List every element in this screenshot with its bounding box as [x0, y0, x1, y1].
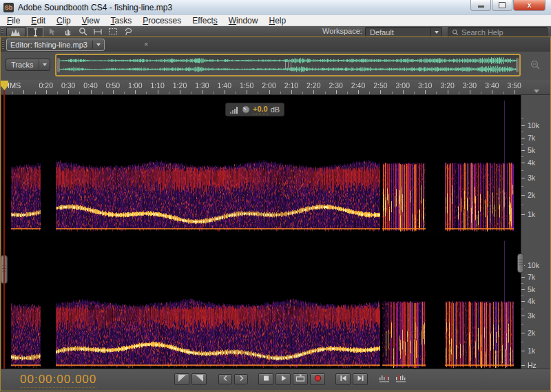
ruler-tick: [481, 92, 481, 94]
volume-bars-icon: [230, 106, 239, 114]
ruler-tick: [492, 90, 492, 94]
ruler-tick: [302, 92, 303, 94]
editor-tab[interactable]: Editor: fishing-line.mp3: [6, 39, 105, 51]
freq-label-4k: 4k: [528, 297, 535, 305]
ruler-tick: [23, 90, 24, 94]
freq-tick: [521, 138, 525, 138]
spectral-frequency-display-toggle[interactable]: [6, 27, 25, 37]
menu-clip[interactable]: Clip: [51, 15, 76, 26]
volume-knob-icon[interactable]: [242, 105, 250, 114]
ruler-label-3:50: 3:50: [508, 81, 521, 90]
freq-label-1k: 1k: [528, 210, 535, 218]
menu-edit[interactable]: Edit: [25, 15, 51, 26]
search-help-input[interactable]: Search Help: [448, 27, 548, 37]
zoom-icon: [79, 27, 87, 36]
zoom-bar-center-grip[interactable]: [285, 61, 293, 69]
next-button[interactable]: [353, 373, 368, 385]
zoom-out-full-button[interactable]: [174, 373, 189, 385]
menu-processes[interactable]: Processes: [137, 15, 187, 26]
overview-zoom-bar[interactable]: [55, 54, 521, 76]
next-icon: [355, 373, 366, 385]
workspace-dropdown[interactable]: Default: [365, 27, 442, 37]
soundbooth-window: Sb Adobe Soundbooth CS4 - fishing-line.m…: [0, 0, 551, 392]
ruler-tick: [470, 90, 470, 94]
timeline-ruler[interactable]: HMS 0:200:300:400:501:001:101:201:301:40…: [1, 80, 550, 95]
freq-tick: [521, 214, 525, 215]
workspace-value: Default: [366, 28, 430, 37]
close-button[interactable]: x: [513, 0, 545, 11]
menu-help[interactable]: Help: [263, 15, 291, 26]
tab-menu-icon[interactable]: [96, 43, 101, 46]
ruler-tick: [414, 92, 415, 94]
ruler-label-3:30: 3:30: [463, 81, 477, 90]
ruler-tick: [180, 90, 180, 94]
marker2-icon: [395, 373, 407, 385]
lasso-tool[interactable]: [121, 27, 135, 36]
step-forward-button[interactable]: [234, 374, 248, 384]
zoom-in-button[interactable]: [191, 373, 207, 385]
zoom-bar-left-handle[interactable]: [57, 58, 60, 72]
play-button[interactable]: [276, 373, 291, 385]
ruler-label-3:40: 3:40: [485, 81, 499, 90]
ruler-tick: [68, 90, 69, 94]
marquee-time-tool[interactable]: [91, 27, 105, 36]
chev-left-icon: [220, 373, 231, 385]
freq-label-10k: 10k: [528, 121, 539, 130]
spectral-display-area: 10k7k5k4k3k2k1k10k7k5k4k3k2k1kHz +0.0 dB: [1, 95, 550, 369]
previous-button[interactable]: [335, 373, 351, 385]
spectrogram-channel-left[interactable]: [6, 96, 521, 231]
ruler-tick: [113, 90, 114, 94]
menu-file[interactable]: File: [1, 15, 25, 26]
right-scroll-thumb[interactable]: [517, 254, 524, 273]
freq-tick-minor: [521, 118, 523, 118]
stop-button[interactable]: [258, 373, 273, 385]
freq-label-5k: 5k: [528, 285, 535, 293]
hmarquee-icon: [93, 28, 103, 35]
freq-tick: [521, 289, 525, 290]
menu-window[interactable]: Window: [223, 15, 264, 26]
next-marker-button[interactable]: [393, 373, 408, 385]
zoom-reset-icon[interactable]: [530, 59, 541, 70]
move-tool[interactable]: [45, 27, 59, 36]
rectangle-marquee-tool[interactable]: [106, 27, 120, 36]
timecode-display[interactable]: 00:00:00.000: [20, 373, 96, 388]
title-bar[interactable]: Sb Adobe Soundbooth CS4 - fishing-line.m…: [0, 0, 551, 16]
menu-tasks[interactable]: Tasks: [105, 15, 138, 26]
ruler-label-1:20: 1:20: [173, 81, 187, 90]
ruler-label-0:50: 0:50: [106, 81, 120, 90]
ruler-tick: [436, 92, 437, 94]
volume-value[interactable]: +0.0: [253, 105, 268, 114]
ruler-tick: [336, 90, 337, 94]
ruler-tick: [347, 92, 348, 94]
freq-tick-minor: [521, 186, 523, 187]
hand-tool[interactable]: [61, 27, 74, 36]
menu-view[interactable]: View: [76, 15, 105, 26]
ruler-tick: [403, 90, 404, 94]
loop-playback-button[interactable]: [293, 373, 308, 385]
record-button[interactable]: [310, 373, 325, 385]
previous-marker-button[interactable]: [377, 373, 391, 385]
restore-button[interactable]: [492, 0, 512, 11]
time-selection-tool[interactable]: [27, 27, 43, 37]
app-icon: Sb: [3, 3, 14, 12]
step-back-button[interactable]: [218, 374, 232, 384]
freq-label-3k: 3k: [528, 174, 535, 182]
minimize-button[interactable]: [470, 0, 491, 11]
chevron-down-icon: [430, 28, 441, 37]
menu-effects[interactable]: Effects: [187, 15, 222, 26]
zoom-tool[interactable]: [76, 27, 90, 36]
volume-hud[interactable]: +0.0 dB: [225, 103, 284, 116]
tab-close-icon[interactable]: ×: [144, 40, 148, 48]
tracks-dropdown[interactable]: Tracks: [6, 59, 50, 71]
toolbar-grip[interactable]: [1, 28, 3, 34]
freq-tick: [521, 150, 525, 151]
spectrogram-channel-right[interactable]: [6, 237, 521, 368]
ruler-label-2:30: 2:30: [329, 81, 342, 90]
freq-tick: [521, 163, 525, 163]
marker-icon: [378, 373, 391, 385]
ruler-tick: [79, 92, 80, 94]
loop-icon: [295, 373, 306, 385]
panel-grip[interactable]: [2, 40, 4, 49]
ruler-label-1:10: 1:10: [150, 81, 164, 90]
zoom-bar-right-handle[interactable]: [516, 58, 519, 72]
